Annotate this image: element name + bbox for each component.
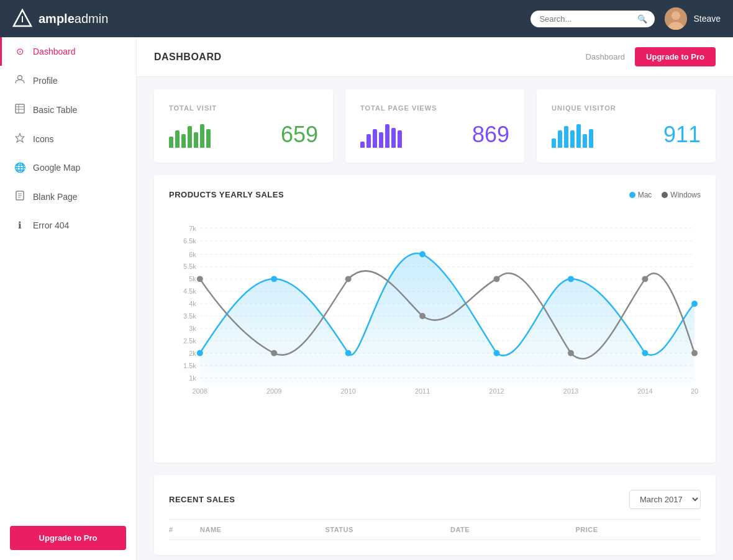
svg-text:2008: 2008 <box>193 387 207 395</box>
search-box[interactable]: 🔍 <box>530 11 655 27</box>
recent-title: RECENT SALES <box>169 495 235 504</box>
windows-dot <box>642 276 648 282</box>
svg-text:2013: 2013 <box>563 387 578 395</box>
svg-text:1.5k: 1.5k <box>183 362 196 369</box>
line-chart: .grid-line { stroke: #e8ecf0; stroke-wid… <box>169 209 701 445</box>
header-upgrade-button[interactable]: Upgrade to Pro <box>635 47 716 66</box>
blank-page-icon <box>14 191 25 202</box>
bar <box>373 129 377 148</box>
user-area: Steave <box>665 7 721 30</box>
bar <box>200 124 204 148</box>
search-icon: 🔍 <box>637 14 647 24</box>
svg-text:2k: 2k <box>189 350 196 357</box>
col-number: # <box>169 526 200 533</box>
mac-dot <box>691 300 698 307</box>
stat-label-total-visit: TOTAL VISIT <box>169 104 318 112</box>
mac-dot <box>345 350 352 356</box>
stats-row: TOTAL VISIT 659 TOTAL PAGE VI <box>137 77 733 175</box>
bar <box>169 137 173 148</box>
svg-text:2012: 2012 <box>489 387 504 395</box>
mac-dot <box>419 251 426 258</box>
bar <box>576 124 581 148</box>
stat-value-unique-visitor: 911 <box>663 122 701 148</box>
chart-legend: Mac Windows <box>629 191 701 199</box>
sidebar-label-basic-table: Basic Table <box>33 105 77 115</box>
bar <box>181 134 186 148</box>
sidebar-upgrade-button[interactable]: Upgrade to Pro <box>10 526 126 550</box>
page-title: DASHBOARD <box>154 52 222 63</box>
svg-point-5 <box>18 76 22 80</box>
content-header: DASHBOARD Dashboard Upgrade to Pro <box>137 37 733 77</box>
bar <box>194 132 198 148</box>
logo: ampleadmin <box>12 9 108 29</box>
legend-label-mac: Mac <box>638 191 652 199</box>
logo-icon <box>12 9 32 29</box>
sidebar-item-google-map[interactable]: 🌐 Google Map <box>0 153 136 182</box>
stat-bars-total-visit <box>169 123 211 148</box>
svg-text:2010: 2010 <box>340 387 355 395</box>
sidebar-item-icons[interactable]: Icons <box>0 124 136 153</box>
sidebar-label-profile: Profile <box>33 76 58 86</box>
sidebar-item-dashboard[interactable]: ⊙ Dashboard <box>0 37 136 66</box>
sidebar-item-basic-table[interactable]: Basic Table <box>0 95 136 124</box>
stat-card-total-visit: TOTAL VISIT 659 <box>154 89 333 163</box>
dashboard-icon: ⊙ <box>14 46 25 57</box>
bar <box>570 130 575 148</box>
breadcrumb: Dashboard <box>585 52 625 61</box>
svg-text:3k: 3k <box>189 325 196 332</box>
profile-icon <box>14 75 25 86</box>
username: Steave <box>693 14 721 24</box>
legend-dot-windows <box>662 192 668 198</box>
svg-point-3 <box>672 11 680 20</box>
search-input[interactable] <box>539 14 632 24</box>
sidebar-item-profile[interactable]: Profile <box>0 66 136 95</box>
mac-dot <box>568 276 574 282</box>
date-filter-select[interactable]: March 2017 <box>629 490 701 509</box>
sidebar-item-blank-page[interactable]: Blank Page <box>0 182 136 211</box>
stat-body-total-page-views: 869 <box>360 122 509 148</box>
header-right: Dashboard Upgrade to Pro <box>585 47 716 66</box>
bar <box>564 126 568 148</box>
col-date: DATE <box>450 526 576 533</box>
recent-header: RECENT SALES March 2017 <box>169 490 701 509</box>
bar <box>398 130 402 148</box>
svg-text:20: 20 <box>691 387 698 395</box>
chart-title: PRODUCTS YEARLY SALES <box>169 190 284 199</box>
sidebar-label-dashboard: Dashboard <box>33 47 76 56</box>
stat-card-unique-visitor: UNIQUE VISITOR 911 <box>537 89 716 163</box>
chart-container: .grid-line { stroke: #e8ecf0; stroke-wid… <box>169 209 701 448</box>
bar <box>188 126 192 148</box>
main-layout: ⊙ Dashboard Profile Basic Table <box>0 37 733 560</box>
stat-body-unique-visitor: 911 <box>552 122 701 148</box>
legend-dot-mac <box>629 192 635 198</box>
windows-dot <box>691 350 698 356</box>
mac-dot <box>197 350 203 356</box>
topnav-right: 🔍 Steave <box>530 7 721 30</box>
sidebar-label-error-404: Error 404 <box>33 220 69 230</box>
stat-card-total-page-views: TOTAL PAGE VIEWS 869 <box>345 89 524 163</box>
svg-text:7k: 7k <box>189 225 196 232</box>
bar <box>206 129 211 148</box>
stat-label-total-page-views: TOTAL PAGE VIEWS <box>360 104 509 112</box>
icons-icon <box>14 133 25 145</box>
stat-bars-unique-visitor <box>552 123 593 148</box>
topnav: ampleadmin 🔍 Steave <box>0 0 733 37</box>
bar <box>366 134 371 148</box>
basic-table-icon <box>14 104 25 115</box>
sidebar-item-error-404[interactable]: ℹ Error 404 <box>0 211 136 240</box>
sidebar-label-blank-page: Blank Page <box>33 192 78 202</box>
main-content: DASHBOARD Dashboard Upgrade to Pro TOTAL… <box>137 37 733 560</box>
bar <box>589 129 593 148</box>
svg-text:4k: 4k <box>189 300 196 307</box>
svg-text:2.5k: 2.5k <box>183 337 196 345</box>
error-icon: ℹ <box>14 220 25 231</box>
bar <box>360 142 365 148</box>
chart-header: PRODUCTS YEARLY SALES Mac Windows <box>169 190 701 199</box>
svg-rect-6 <box>16 104 24 113</box>
col-status: STATUS <box>326 526 451 533</box>
windows-dot <box>345 276 352 282</box>
col-price: PRICE <box>576 526 701 533</box>
svg-text:2011: 2011 <box>415 387 430 395</box>
svg-text:6.5k: 6.5k <box>183 237 196 245</box>
bar <box>583 134 587 148</box>
